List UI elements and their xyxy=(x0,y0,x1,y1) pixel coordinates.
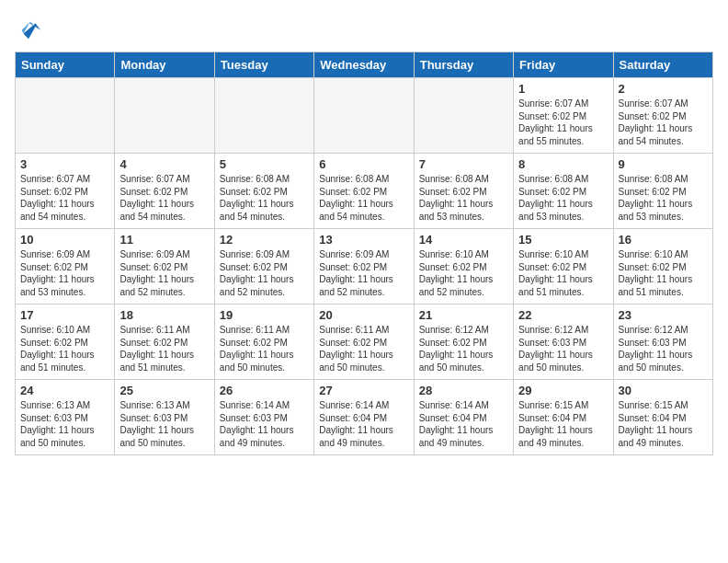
day-number: 2 xyxy=(619,82,708,96)
calendar-table: SundayMondayTuesdayWednesdayThursdayFrid… xyxy=(15,52,713,455)
calendar-day-cell: 29Sunrise: 6:15 AMSunset: 6:04 PMDayligh… xyxy=(514,380,613,455)
logo xyxy=(15,15,42,40)
weekday-header: Tuesday xyxy=(214,52,313,78)
calendar-day-cell: 3Sunrise: 6:07 AMSunset: 6:02 PMDaylight… xyxy=(16,154,115,229)
weekday-header-row: SundayMondayTuesdayWednesdayThursdayFrid… xyxy=(16,52,713,78)
calendar-day-cell: 17Sunrise: 6:10 AMSunset: 6:02 PMDayligh… xyxy=(16,304,115,380)
day-number: 22 xyxy=(518,308,608,322)
day-number: 11 xyxy=(119,233,209,247)
calendar-day-cell: 7Sunrise: 6:08 AMSunset: 6:02 PMDaylight… xyxy=(414,154,513,229)
day-number: 18 xyxy=(119,308,209,322)
day-number: 27 xyxy=(319,384,408,397)
calendar-day-cell: 1Sunrise: 6:07 AMSunset: 6:02 PMDaylight… xyxy=(514,78,613,154)
calendar-week-row: 10Sunrise: 6:09 AMSunset: 6:02 PMDayligh… xyxy=(16,229,713,304)
calendar-week-row: 24Sunrise: 6:13 AMSunset: 6:03 PMDayligh… xyxy=(16,380,713,455)
day-info: Sunrise: 6:11 AMSunset: 6:02 PMDaylight:… xyxy=(220,324,309,373)
calendar-day-cell xyxy=(214,78,313,154)
day-number: 5 xyxy=(220,157,309,171)
logo-icon xyxy=(17,15,42,40)
calendar-day-cell xyxy=(414,78,513,154)
day-info: Sunrise: 6:12 AMSunset: 6:03 PMDaylight:… xyxy=(619,324,708,373)
calendar-day-cell: 4Sunrise: 6:07 AMSunset: 6:02 PMDaylight… xyxy=(115,154,214,229)
day-number: 21 xyxy=(419,308,508,322)
day-info: Sunrise: 6:08 AMSunset: 6:02 PMDaylight:… xyxy=(619,173,708,223)
weekday-header: Friday xyxy=(514,52,613,78)
calendar-day-cell: 20Sunrise: 6:11 AMSunset: 6:02 PMDayligh… xyxy=(314,304,414,380)
day-info: Sunrise: 6:08 AMSunset: 6:02 PMDaylight:… xyxy=(220,173,309,223)
day-info: Sunrise: 6:09 AMSunset: 6:02 PMDaylight:… xyxy=(220,248,309,298)
calendar-day-cell: 27Sunrise: 6:14 AMSunset: 6:04 PMDayligh… xyxy=(314,380,414,455)
calendar-day-cell: 18Sunrise: 6:11 AMSunset: 6:02 PMDayligh… xyxy=(115,304,214,380)
day-number: 15 xyxy=(518,233,608,247)
calendar-day-cell: 28Sunrise: 6:14 AMSunset: 6:04 PMDayligh… xyxy=(414,380,513,455)
day-number: 1 xyxy=(518,82,608,96)
day-number: 20 xyxy=(319,308,408,322)
calendar-week-row: 1Sunrise: 6:07 AMSunset: 6:02 PMDaylight… xyxy=(16,78,713,154)
day-number: 29 xyxy=(518,384,608,397)
day-info: Sunrise: 6:14 AMSunset: 6:03 PMDaylight:… xyxy=(220,399,309,449)
svg-marker-0 xyxy=(23,23,40,39)
day-number: 25 xyxy=(119,384,209,397)
day-info: Sunrise: 6:15 AMSunset: 6:04 PMDaylight:… xyxy=(619,399,708,449)
day-number: 26 xyxy=(220,384,309,397)
calendar-day-cell: 22Sunrise: 6:12 AMSunset: 6:03 PMDayligh… xyxy=(514,304,613,380)
calendar-week-row: 3Sunrise: 6:07 AMSunset: 6:02 PMDaylight… xyxy=(16,154,713,229)
day-info: Sunrise: 6:09 AMSunset: 6:02 PMDaylight:… xyxy=(119,248,209,298)
day-info: Sunrise: 6:11 AMSunset: 6:02 PMDaylight:… xyxy=(119,324,209,373)
calendar-day-cell: 11Sunrise: 6:09 AMSunset: 6:02 PMDayligh… xyxy=(115,229,214,304)
calendar-day-cell xyxy=(314,78,414,154)
calendar-day-cell: 16Sunrise: 6:10 AMSunset: 6:02 PMDayligh… xyxy=(613,229,712,304)
day-info: Sunrise: 6:07 AMSunset: 6:02 PMDaylight:… xyxy=(119,173,209,223)
day-number: 16 xyxy=(619,233,708,247)
day-info: Sunrise: 6:10 AMSunset: 6:02 PMDaylight:… xyxy=(518,248,608,298)
day-info: Sunrise: 6:13 AMSunset: 6:03 PMDaylight:… xyxy=(20,399,109,449)
weekday-header: Thursday xyxy=(414,52,513,78)
day-info: Sunrise: 6:13 AMSunset: 6:03 PMDaylight:… xyxy=(119,399,209,449)
calendar-day-cell: 13Sunrise: 6:09 AMSunset: 6:02 PMDayligh… xyxy=(314,229,414,304)
calendar-day-cell: 12Sunrise: 6:09 AMSunset: 6:02 PMDayligh… xyxy=(214,229,313,304)
day-number: 30 xyxy=(619,384,708,397)
day-info: Sunrise: 6:12 AMSunset: 6:02 PMDaylight:… xyxy=(419,324,508,373)
calendar-day-cell: 6Sunrise: 6:08 AMSunset: 6:02 PMDaylight… xyxy=(314,154,414,229)
day-number: 24 xyxy=(20,384,109,397)
day-number: 13 xyxy=(319,233,408,247)
day-number: 17 xyxy=(20,308,109,322)
day-number: 9 xyxy=(619,157,708,171)
day-number: 19 xyxy=(220,308,309,322)
day-number: 14 xyxy=(419,233,508,247)
calendar-day-cell: 8Sunrise: 6:08 AMSunset: 6:02 PMDaylight… xyxy=(514,154,613,229)
day-info: Sunrise: 6:07 AMSunset: 6:02 PMDaylight:… xyxy=(619,98,708,147)
calendar-day-cell: 25Sunrise: 6:13 AMSunset: 6:03 PMDayligh… xyxy=(115,380,214,455)
calendar-day-cell: 21Sunrise: 6:12 AMSunset: 6:02 PMDayligh… xyxy=(414,304,513,380)
day-info: Sunrise: 6:14 AMSunset: 6:04 PMDaylight:… xyxy=(319,399,408,449)
weekday-header: Sunday xyxy=(16,52,115,78)
day-number: 23 xyxy=(619,308,708,322)
day-number: 3 xyxy=(20,157,109,171)
day-info: Sunrise: 6:07 AMSunset: 6:02 PMDaylight:… xyxy=(518,98,608,147)
calendar-day-cell xyxy=(115,78,214,154)
day-info: Sunrise: 6:09 AMSunset: 6:02 PMDaylight:… xyxy=(319,248,408,298)
calendar-day-cell xyxy=(16,78,115,154)
day-number: 6 xyxy=(319,157,408,171)
page-header xyxy=(15,15,713,40)
day-info: Sunrise: 6:12 AMSunset: 6:03 PMDaylight:… xyxy=(518,324,608,373)
day-info: Sunrise: 6:14 AMSunset: 6:04 PMDaylight:… xyxy=(419,399,508,449)
day-info: Sunrise: 6:11 AMSunset: 6:02 PMDaylight:… xyxy=(319,324,408,373)
day-number: 10 xyxy=(20,233,109,247)
weekday-header: Monday xyxy=(115,52,214,78)
calendar-day-cell: 9Sunrise: 6:08 AMSunset: 6:02 PMDaylight… xyxy=(613,154,712,229)
calendar-day-cell: 15Sunrise: 6:10 AMSunset: 6:02 PMDayligh… xyxy=(514,229,613,304)
day-number: 12 xyxy=(220,233,309,247)
calendar-day-cell: 10Sunrise: 6:09 AMSunset: 6:02 PMDayligh… xyxy=(16,229,115,304)
calendar-day-cell: 24Sunrise: 6:13 AMSunset: 6:03 PMDayligh… xyxy=(16,380,115,455)
day-info: Sunrise: 6:08 AMSunset: 6:02 PMDaylight:… xyxy=(419,173,508,223)
day-info: Sunrise: 6:10 AMSunset: 6:02 PMDaylight:… xyxy=(20,324,109,373)
day-info: Sunrise: 6:09 AMSunset: 6:02 PMDaylight:… xyxy=(20,248,109,298)
calendar-day-cell: 5Sunrise: 6:08 AMSunset: 6:02 PMDaylight… xyxy=(214,154,313,229)
day-number: 4 xyxy=(119,157,209,171)
calendar-day-cell: 30Sunrise: 6:15 AMSunset: 6:04 PMDayligh… xyxy=(613,380,712,455)
day-info: Sunrise: 6:10 AMSunset: 6:02 PMDaylight:… xyxy=(419,248,508,298)
day-info: Sunrise: 6:15 AMSunset: 6:04 PMDaylight:… xyxy=(518,399,608,449)
calendar-day-cell: 14Sunrise: 6:10 AMSunset: 6:02 PMDayligh… xyxy=(414,229,513,304)
day-info: Sunrise: 6:08 AMSunset: 6:02 PMDaylight:… xyxy=(319,173,408,223)
